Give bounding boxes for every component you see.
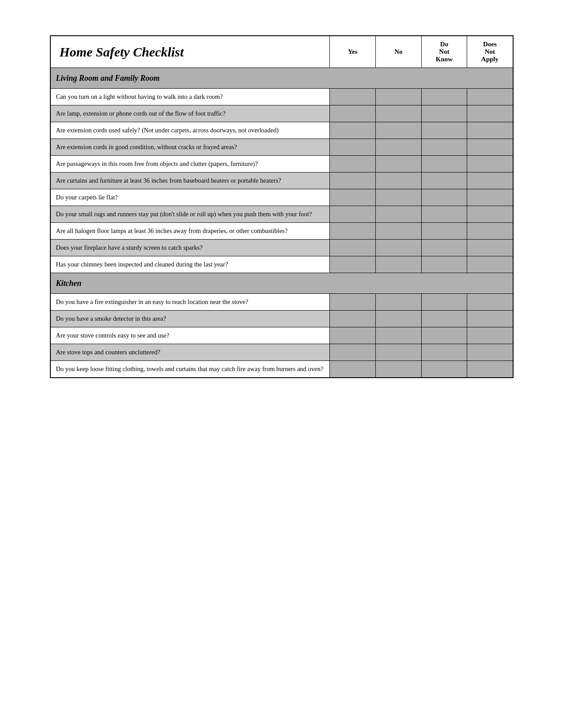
cell-yes[interactable] bbox=[330, 223, 376, 240]
cell-do-not-know[interactable] bbox=[421, 139, 467, 156]
table-row: Do you have a smoke detector in this are… bbox=[50, 311, 513, 327]
cell-no[interactable] bbox=[376, 256, 422, 273]
col-do-not-know: DoNotKnow bbox=[421, 36, 467, 68]
cell-does-not-apply[interactable] bbox=[467, 105, 513, 122]
cell-do-not-know[interactable] bbox=[421, 173, 467, 189]
cell-does-not-apply[interactable] bbox=[467, 89, 513, 105]
section-label: Living Room and Family Room bbox=[50, 68, 513, 89]
cell-no[interactable] bbox=[376, 89, 422, 105]
section-row: Living Room and Family Room bbox=[50, 68, 513, 89]
cell-yes[interactable] bbox=[330, 156, 376, 173]
cell-does-not-apply[interactable] bbox=[467, 240, 513, 256]
row-question: Do you have a fire extinguisher in an ea… bbox=[50, 294, 330, 311]
cell-does-not-apply[interactable] bbox=[467, 156, 513, 173]
cell-yes[interactable] bbox=[330, 256, 376, 273]
cell-do-not-know[interactable] bbox=[421, 294, 467, 311]
checklist-container: Home Safety Checklist Yes No DoNotKnow D… bbox=[50, 35, 514, 378]
cell-no[interactable] bbox=[376, 173, 422, 189]
cell-does-not-apply[interactable] bbox=[467, 189, 513, 206]
cell-do-not-know[interactable] bbox=[421, 89, 467, 105]
cell-yes[interactable] bbox=[330, 89, 376, 105]
table-row: Do you keep loose fitting clothing, towe… bbox=[50, 361, 513, 378]
table-row: Do you have a fire extinguisher in an ea… bbox=[50, 294, 513, 311]
section-row: Kitchen bbox=[50, 273, 513, 294]
cell-does-not-apply[interactable] bbox=[467, 173, 513, 189]
cell-do-not-know[interactable] bbox=[421, 105, 467, 122]
cell-yes[interactable] bbox=[330, 361, 376, 378]
table-row: Do your small rugs and runners stay put … bbox=[50, 206, 513, 223]
cell-does-not-apply[interactable] bbox=[467, 311, 513, 327]
cell-do-not-know[interactable] bbox=[421, 156, 467, 173]
cell-does-not-apply[interactable] bbox=[467, 294, 513, 311]
cell-no[interactable] bbox=[376, 240, 422, 256]
table-row: Are extension cords in good condition, w… bbox=[50, 139, 513, 156]
cell-do-not-know[interactable] bbox=[421, 189, 467, 206]
cell-no[interactable] bbox=[376, 223, 422, 240]
table-row: Has your chimney been inspected and clea… bbox=[50, 256, 513, 273]
cell-do-not-know[interactable] bbox=[421, 327, 467, 344]
cell-do-not-know[interactable] bbox=[421, 240, 467, 256]
table-row: Are your stove controls easy to see and … bbox=[50, 327, 513, 344]
row-question: Do you keep loose fitting clothing, towe… bbox=[50, 361, 330, 378]
cell-no[interactable] bbox=[376, 311, 422, 327]
cell-do-not-know[interactable] bbox=[421, 311, 467, 327]
row-question: Are curtains and furniture at least 36 i… bbox=[50, 173, 330, 189]
cell-yes[interactable] bbox=[330, 294, 376, 311]
cell-yes[interactable] bbox=[330, 206, 376, 223]
cell-no[interactable] bbox=[376, 122, 422, 139]
cell-no[interactable] bbox=[376, 156, 422, 173]
section-label: Kitchen bbox=[50, 273, 513, 294]
cell-no[interactable] bbox=[376, 294, 422, 311]
cell-yes[interactable] bbox=[330, 122, 376, 139]
cell-yes[interactable] bbox=[330, 173, 376, 189]
table-title: Home Safety Checklist bbox=[50, 36, 330, 68]
row-question: Do your small rugs and runners stay put … bbox=[50, 206, 330, 223]
cell-does-not-apply[interactable] bbox=[467, 122, 513, 139]
row-question: Are extension cords in good condition, w… bbox=[50, 139, 330, 156]
cell-do-not-know[interactable] bbox=[421, 361, 467, 378]
cell-yes[interactable] bbox=[330, 327, 376, 344]
cell-does-not-apply[interactable] bbox=[467, 206, 513, 223]
cell-do-not-know[interactable] bbox=[421, 344, 467, 361]
row-question: Are your stove controls easy to see and … bbox=[50, 327, 330, 344]
cell-no[interactable] bbox=[376, 344, 422, 361]
cell-do-not-know[interactable] bbox=[421, 206, 467, 223]
cell-does-not-apply[interactable] bbox=[467, 223, 513, 240]
cell-no[interactable] bbox=[376, 139, 422, 156]
cell-no[interactable] bbox=[376, 327, 422, 344]
row-question: Are extension cords used safely? (Not un… bbox=[50, 122, 330, 139]
cell-no[interactable] bbox=[376, 361, 422, 378]
row-question: Are stove tops and counters uncluttered? bbox=[50, 344, 330, 361]
cell-yes[interactable] bbox=[330, 189, 376, 206]
table-row: Are all halogen floor lamps at least 36 … bbox=[50, 223, 513, 240]
table-row: Are stove tops and counters uncluttered? bbox=[50, 344, 513, 361]
table-row: Are lamp, extension or phone cords out o… bbox=[50, 105, 513, 122]
checklist-table: Home Safety Checklist Yes No DoNotKnow D… bbox=[50, 35, 514, 378]
cell-no[interactable] bbox=[376, 189, 422, 206]
table-row: Does your fireplace have a sturdy screen… bbox=[50, 240, 513, 256]
cell-yes[interactable] bbox=[330, 311, 376, 327]
cell-do-not-know[interactable] bbox=[421, 256, 467, 273]
table-row: Are curtains and furniture at least 36 i… bbox=[50, 173, 513, 189]
table-row: Are extension cords used safely? (Not un… bbox=[50, 122, 513, 139]
cell-does-not-apply[interactable] bbox=[467, 139, 513, 156]
cell-do-not-know[interactable] bbox=[421, 223, 467, 240]
col-no: No bbox=[376, 36, 422, 68]
cell-does-not-apply[interactable] bbox=[467, 361, 513, 378]
cell-does-not-apply[interactable] bbox=[467, 344, 513, 361]
row-question: Has your chimney been inspected and clea… bbox=[50, 256, 330, 273]
row-question: Are all halogen floor lamps at least 36 … bbox=[50, 223, 330, 240]
cell-do-not-know[interactable] bbox=[421, 122, 467, 139]
cell-yes[interactable] bbox=[330, 344, 376, 361]
cell-yes[interactable] bbox=[330, 139, 376, 156]
row-question: Do you have a smoke detector in this are… bbox=[50, 311, 330, 327]
cell-does-not-apply[interactable] bbox=[467, 327, 513, 344]
cell-yes[interactable] bbox=[330, 240, 376, 256]
col-does-not-apply: DoesNotApply bbox=[467, 36, 513, 68]
row-question: Are lamp, extension or phone cords out o… bbox=[50, 105, 330, 122]
cell-no[interactable] bbox=[376, 105, 422, 122]
row-question: Does your fireplace have a sturdy screen… bbox=[50, 240, 330, 256]
cell-does-not-apply[interactable] bbox=[467, 256, 513, 273]
cell-no[interactable] bbox=[376, 206, 422, 223]
cell-yes[interactable] bbox=[330, 105, 376, 122]
